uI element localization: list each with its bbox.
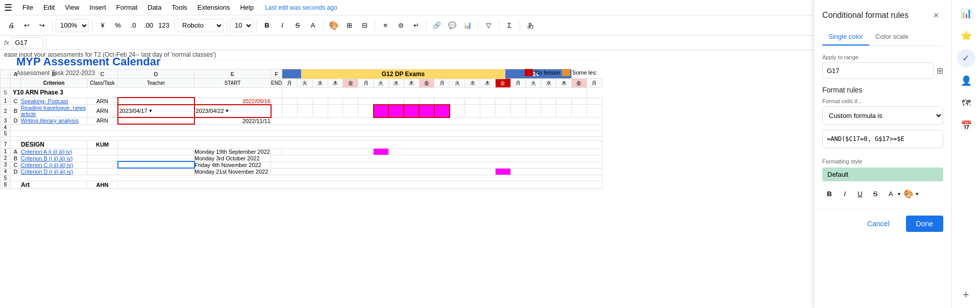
fmt-bold-btn[interactable]: B [822,186,837,201]
done-button[interactable]: Done [906,216,943,232]
fmt-strikethrough-btn[interactable]: S [868,186,883,201]
default-style-box[interactable]: Default [822,168,943,181]
end-cell[interactable]: 2022/09/16 [194,98,271,105]
criterion-C2[interactable]: C [11,161,21,168]
task-cell[interactable]: Writing literary analysis [21,117,87,125]
print-btn[interactable]: 🖨 [4,18,18,33]
end-design-c[interactable]: Friday 4th November 2022 [194,161,271,168]
link-btn[interactable]: 🔗 [430,18,444,33]
borders-btn[interactable]: ⊞ [342,18,356,33]
fmt-fill-btn[interactable]: 🎨 [901,186,916,201]
menu-insert[interactable]: Insert [85,3,110,12]
formula-btn[interactable]: Σ [502,18,517,33]
criterion-cell[interactable]: B [11,105,21,117]
fill-color-btn[interactable]: 🎨 [327,18,341,33]
cf-close-button[interactable]: × [929,8,943,22]
day-mon-2: 月 [358,79,374,88]
start-cell[interactable] [118,98,194,105]
formula-type-select[interactable]: Custom formula is [822,106,943,125]
task-design-a[interactable]: Criterion A i) ii) iii) iv) [21,148,87,155]
menu-view[interactable]: View [61,3,83,12]
day-fri-1: 金 [343,79,358,88]
task-cell[interactable]: Speaking- Podcast [21,98,87,105]
end-design-d[interactable]: Monday 21st November 2022 [194,168,271,175]
task-design-b[interactable]: Criterion B i) ii) iii) iv) [21,155,87,161]
text-color-btn[interactable]: A [306,18,320,33]
start-design-a[interactable] [118,148,194,155]
fmt-text-color-arrow[interactable]: ▾ [898,191,900,197]
chart-btn[interactable]: 📊 [460,18,475,33]
tab-color-scale[interactable]: Color scale [869,29,915,45]
comment-btn[interactable]: 💬 [445,18,459,33]
tab-single-color[interactable]: Single color [822,29,869,45]
strikethrough-btn[interactable]: S [290,18,305,33]
menu-edit[interactable]: Edit [39,3,59,12]
sidebar-icon-chart[interactable]: 📊 [957,4,975,22]
valign-btn[interactable]: ⊜ [394,18,408,33]
formula-value-input[interactable] [822,130,943,148]
sidebar-icon-star[interactable]: ⭐ [957,27,975,45]
merge-btn[interactable]: ⊟ [357,18,372,33]
end-cell-3[interactable]: 2022/11/11 [194,117,271,125]
redo-btn[interactable]: ↪ [35,18,49,33]
teacher-cell[interactable]: ARN [87,117,118,125]
end-design-b[interactable]: Monday 3rd October 2022 [194,155,271,161]
sidebar-icon-add[interactable]: + [957,286,975,304]
table-row-empty: 5 [1,130,602,136]
task-design-d[interactable]: Criterion D i) ii) iii) iv) [21,168,87,175]
fmt-italic-btn[interactable]: I [838,186,852,201]
align-btn[interactable]: ≡ [378,18,393,33]
start-design-d[interactable] [118,168,194,175]
menu-data[interactable]: Data [143,3,165,12]
sidebar-icon-person[interactable]: 👤 [957,72,975,90]
start-design-b[interactable] [118,155,194,161]
font-select[interactable]: Roboto [178,19,224,32]
row-num: 1 [1,148,11,155]
currency-btn[interactable]: ¥ [95,18,110,33]
menu-tools[interactable]: Tools [167,3,191,12]
undo-btn[interactable]: ↩ [19,18,34,33]
number-format-btn[interactable]: 123 [157,18,171,33]
start-cell-3[interactable] [118,117,194,125]
range-grid-icon[interactable]: ⊞ [937,66,943,76]
menu-help[interactable]: Help [236,3,258,12]
task-design-c[interactable]: Criterion C i) ii) iii) iv) [21,161,87,168]
criterion-cell[interactable]: C [11,98,21,105]
menu-extensions[interactable]: Extensions [193,3,234,12]
teacher-cell[interactable]: ARN [87,98,118,105]
increase-decimal-btn[interactable]: .00 [141,18,156,33]
font-size-select[interactable]: 10 [230,19,253,32]
task-cell[interactable]: Reading travelogue, news article [21,105,87,117]
day-cell-A [11,79,21,88]
end-design-a[interactable]: Monday 19th September 2022 [194,148,271,155]
zoom-select[interactable]: 100% [56,19,89,32]
end-cell[interactable]: 2023/04/22 ▼ [194,105,271,117]
table-row-empty: 5 [1,175,602,181]
filter-btn[interactable]: ▽ [481,18,496,33]
teacher-cell[interactable]: ARN [87,105,118,117]
percent-btn[interactable]: % [111,18,125,33]
sidebar-icon-check[interactable]: ✓ [957,49,975,67]
criterion-A[interactable]: A [11,148,21,155]
grid-m [374,98,389,105]
criterion-B2[interactable]: B [11,155,21,161]
start-design-c[interactable] [118,161,194,168]
decrease-decimal-btn[interactable]: .0 [126,18,140,33]
menu-file[interactable]: File [18,3,37,12]
wrap-btn[interactable]: ↵ [409,18,423,33]
cancel-button[interactable]: Cancel [857,216,900,232]
fmt-fill-arrow[interactable]: ▾ [916,191,918,197]
criterion-cell[interactable]: D [11,117,21,125]
menu-format[interactable]: Format [112,3,141,12]
bold-btn[interactable]: B [260,18,274,33]
criterion-D2[interactable]: D [11,168,21,175]
sidebar-icon-calendar[interactable]: 📅 [957,116,975,135]
sidebar-icon-map[interactable]: 🗺 [957,94,975,112]
name-box[interactable] [12,37,43,49]
italic-btn[interactable]: I [275,18,289,33]
fmt-underline-btn[interactable]: U [853,186,867,201]
range-input[interactable] [822,62,934,79]
start-cell-selected[interactable]: 2023/04/17 ▼ [118,105,194,117]
input-method-btn[interactable]: あ [523,18,537,33]
fmt-text-color-btn[interactable]: A [884,186,898,201]
